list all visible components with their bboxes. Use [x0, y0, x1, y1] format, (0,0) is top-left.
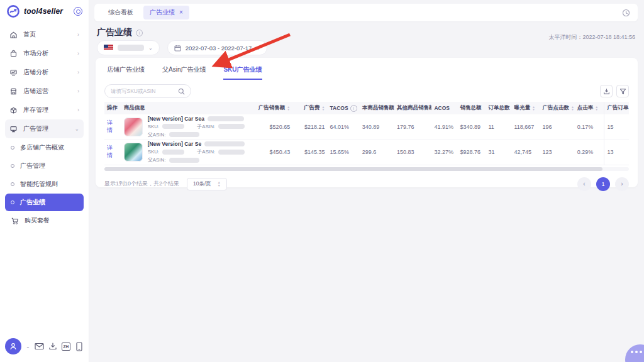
mobile-app-icon[interactable] [75, 342, 84, 351]
tab-label: 广告业绩 [150, 8, 175, 17]
sidebar-item-label: 库存管理 [23, 106, 48, 114]
logo-row: tool4seller [0, 0, 89, 23]
sidebar-submenu: 多店铺广告概览 广告管理 智能托管规则 广告业绩 购买套餐 [0, 138, 89, 229]
tool4seller-logo-icon [6, 4, 20, 18]
col-ad-spend[interactable]: 广告费▲▼ [292, 102, 327, 114]
detail-link[interactable]: 详情 [107, 145, 114, 159]
cell-tacos: 64.01% [327, 114, 359, 140]
sidebar-item-purchase-plan[interactable]: 购买套餐 [5, 212, 84, 229]
purchase-plan-label: 购买套餐 [25, 216, 50, 225]
date-range-picker[interactable]: 2022-07-03 - 2022-07-17 ⌄ [167, 40, 267, 55]
brand-name: tool4seller [24, 7, 63, 16]
next-page-button[interactable]: › [615, 177, 629, 191]
language-zh-icon[interactable]: ZH [62, 343, 70, 351]
history-clock-icon[interactable] [622, 9, 630, 17]
sidebar-bottom-bar: ⌄ ZH [0, 338, 89, 362]
sort-icon[interactable]: ▲▼ [287, 106, 290, 111]
sidebar-item-label: 店铺运营 [23, 87, 48, 96]
col-ad-orders[interactable]: 广告订单▲▼ [604, 102, 629, 114]
info-icon[interactable]: i [136, 30, 143, 36]
sidebar-item-store-operations[interactable]: 店铺运营 › [5, 82, 84, 101]
cell-acos: 41.91% [431, 114, 457, 140]
tab-ad-performance[interactable]: 广告业绩 × [143, 6, 189, 19]
cell-this-product-sales: 299.6 [360, 140, 394, 165]
bullet-icon [11, 200, 14, 204]
sidebar-subitem-ad-management[interactable]: 广告管理 [5, 157, 84, 175]
page-size-select[interactable]: 10条/页 ▲▼ [187, 178, 227, 190]
sidebar-subitem-smart-rules[interactable]: 智能托管规则 [5, 175, 84, 193]
table-footer: 显示1到10个结果，共2个结果 10条/页 ▲▼ ‹ 1 › [96, 172, 638, 191]
scrollbar-thumb[interactable] [104, 167, 602, 171]
chevron-right-icon: › [77, 89, 79, 94]
sidebar-item-label: 市场分析 [23, 49, 48, 58]
sort-icon[interactable]: ▲▼ [322, 106, 325, 111]
download-icon[interactable] [48, 342, 57, 351]
sidebar-collapse-icon[interactable] [74, 7, 82, 16]
close-icon[interactable]: × [179, 9, 183, 16]
prev-page-button[interactable]: ‹ [577, 177, 591, 191]
tab-parent-asin-ad-performance[interactable]: 父Asin广告业绩 [162, 65, 206, 80]
bullet-icon [11, 164, 14, 168]
tab-dashboard[interactable]: 综合看板 [108, 8, 133, 17]
cell-this-product-sales: 340.89 [360, 114, 394, 140]
sort-icon[interactable]: ▲▼ [571, 106, 574, 111]
sort-icon[interactable]: ▲▼ [532, 106, 535, 111]
cell-ctr: 0.17% [575, 114, 604, 140]
col-impressions[interactable]: 曝光量▲▼ [511, 102, 540, 114]
page-title-text: 广告业绩 [97, 27, 132, 38]
sidebar-item-label: 首页 [23, 30, 36, 39]
us-flag-icon [104, 45, 113, 51]
chevron-down-icon: ⌄ [256, 45, 260, 51]
calendar-icon [174, 45, 181, 52]
product-info-cell: [New Version] Car Sea SKU:子ASIN: 父ASIN: [124, 116, 245, 138]
store-selector[interactable]: ⌄ [97, 40, 160, 55]
pacific-time: 太平洋时间：2022-07-18 18:41:56 [548, 33, 635, 41]
chat-bubble-button[interactable] [625, 344, 644, 362]
sku-label: SKU: [148, 124, 160, 129]
table-row: 详情 [New Version] Car Sea SKU:子ASIN: 父ASI… [104, 114, 629, 140]
bullet-icon [11, 146, 14, 150]
results-summary: 显示1到10个结果，共2个结果 [104, 180, 179, 188]
sku-search-box[interactable] [104, 84, 191, 98]
page-1-button[interactable]: 1 [596, 177, 610, 191]
sort-icon[interactable]: ▲▼ [595, 106, 598, 111]
sidebar-item-label: 广告管理 [23, 124, 48, 133]
col-ad-sales[interactable]: 广告销售额▲▼ [247, 102, 292, 114]
ad-performance-card: 店铺广告业绩 父Asin广告业绩 SKU广告业绩 [96, 58, 638, 187]
chevron-right-icon: › [77, 70, 79, 75]
tab-store-ad-performance[interactable]: 店铺广告业绩 [107, 65, 145, 80]
col-ctr[interactable]: 点击率▲▼ [575, 102, 604, 114]
bullet-icon [11, 182, 14, 186]
product-info-cell: [New Version] Car Se SKU:子ASIN: 父ASIN: [124, 141, 245, 163]
cell-ad-orders: 15 [604, 114, 629, 140]
mail-icon[interactable] [35, 342, 44, 351]
user-avatar[interactable] [5, 338, 21, 354]
chevron-down-icon[interactable]: ⌄ [26, 344, 30, 349]
sidebar-subitem-ad-performance[interactable]: 广告业绩 [5, 194, 84, 211]
chevron-down-icon: ⌄ [148, 45, 153, 51]
sidebar-subitem-multi-store-overview[interactable]: 多店铺广告概览 [5, 139, 84, 156]
chevron-right-icon: › [77, 107, 79, 113]
col-ad-clicks[interactable]: 广告点击数▲▼ [540, 102, 575, 114]
redacted-sku [162, 150, 184, 155]
sidebar-item-store-analysis[interactable]: 店铺分析 › [5, 63, 84, 82]
chevron-right-icon: › [77, 32, 79, 38]
sidebar-item-ad-management[interactable]: 广告管理 ⌄ [5, 119, 84, 138]
col-this-product-sales: 本商品销售额 [360, 102, 394, 114]
submenu-label: 智能托管规则 [20, 180, 58, 189]
redacted-store-name [118, 45, 144, 51]
detail-link[interactable]: 详情 [107, 119, 114, 134]
tab-sku-ad-performance[interactable]: SKU广告业绩 [223, 65, 262, 80]
sidebar-item-market-analysis[interactable]: 市场分析 › [5, 44, 84, 63]
pacific-time-value: 2022-07-18 18:41:56 [582, 34, 635, 40]
cart-icon [11, 217, 19, 225]
cell-ad-orders: 13 [604, 140, 629, 165]
info-icon[interactable]: i [350, 105, 357, 112]
filter-button[interactable] [616, 85, 629, 97]
cell-impressions: 42,745 [511, 140, 540, 165]
redacted-sku [162, 124, 184, 129]
sku-search-input[interactable] [111, 88, 175, 94]
export-button[interactable] [600, 85, 613, 97]
sidebar-item-inventory[interactable]: 库存管理 › [5, 101, 84, 119]
sidebar-item-home[interactable]: 首页 › [5, 25, 84, 44]
